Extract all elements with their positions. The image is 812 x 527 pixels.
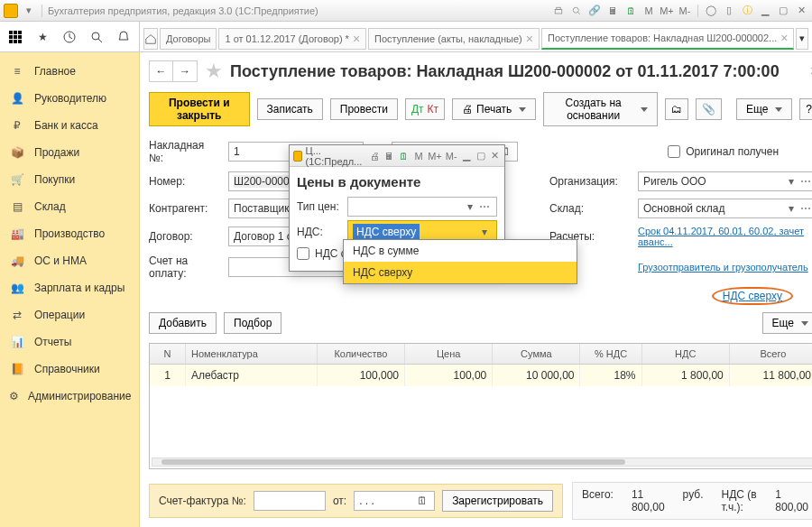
dtkt-button[interactable]: ДтКт (405, 98, 445, 120)
nds-option-on-top[interactable]: НДС сверху (344, 262, 577, 283)
tab-menu-button[interactable]: ▾ (796, 28, 808, 50)
tab-home-button[interactable] (143, 28, 158, 50)
col-total[interactable]: Всего (730, 344, 812, 364)
sidebar-item-purchases[interactable]: 🛒Покупки (0, 166, 139, 193)
tb-link-icon[interactable]: 🔗 (587, 4, 602, 18)
tab-close-icon[interactable]: × (780, 32, 788, 44)
shipper-link[interactable]: Грузоотправитель и грузополучатель (638, 262, 808, 273)
sidebar-item-main[interactable]: ≡Главное (0, 58, 139, 85)
col-vat-pct[interactable]: % НДС (580, 344, 641, 364)
cell-sum: 10 000,00 (493, 365, 580, 386)
dialog-close-icon[interactable]: ✕ (490, 149, 501, 163)
pick-button[interactable]: Подбор (224, 312, 281, 334)
write-button[interactable]: Записать (257, 98, 323, 120)
tb-panel-icon[interactable]: ▯ (722, 4, 736, 18)
org-input[interactable]: Ригель ООО▾⋯ (638, 171, 812, 191)
col-price[interactable]: Цена (405, 344, 493, 364)
dialog-calendar-icon[interactable]: 🗓 (399, 149, 410, 163)
nav-fwd-button[interactable]: → (173, 61, 197, 81)
nav-back-button[interactable]: ← (150, 61, 173, 81)
col-sum[interactable]: Сумма (493, 344, 580, 364)
dialog-max-icon[interactable]: ▢ (475, 149, 486, 163)
tb-min-icon[interactable]: ▁ (758, 4, 772, 18)
tab-close-icon[interactable]: × (526, 32, 533, 45)
bell-icon[interactable] (115, 27, 132, 47)
tab-acts[interactable]: Поступление (акты, накладные)× (368, 28, 540, 50)
favorite-star-icon[interactable]: ★ (205, 60, 223, 83)
tb-calendar-icon[interactable]: 🗓 (623, 4, 638, 18)
tb-calc-icon[interactable]: 🖩 (605, 4, 620, 18)
dropdown-icon[interactable]: ▾ (22, 4, 36, 18)
tb-close-icon[interactable]: ✕ (794, 4, 808, 18)
sidebar-item-sales[interactable]: 📦Продажи (0, 139, 139, 166)
search-icon[interactable] (88, 27, 105, 47)
tb-print-icon[interactable] (551, 4, 566, 18)
dialog-m-icon[interactable]: M (413, 149, 424, 163)
attach-button[interactable]: 📎 (696, 98, 722, 120)
table-row[interactable]: 1 Алебастр 100,000 100,00 10 000,00 18% … (150, 365, 812, 386)
col-qty[interactable]: Количество (318, 344, 405, 364)
nds-included-checkbox[interactable]: НДС с (297, 247, 346, 260)
history-icon[interactable] (61, 27, 78, 47)
sidebar-item-admin[interactable]: ⚙Администрирование (0, 383, 139, 410)
more-button[interactable]: Еще (736, 98, 792, 120)
svg-line-3 (578, 12, 580, 14)
tool-col: ★ (0, 22, 140, 51)
dialog-mminus-icon[interactable]: M- (446, 149, 457, 163)
warehouse-input[interactable]: Основной склад▾⋯ (638, 199, 812, 218)
nds-option-in-sum[interactable]: НДС в сумме (344, 240, 577, 262)
tb-m3-icon[interactable]: M- (678, 4, 692, 18)
sidebar-item-production[interactable]: 🏭Производство (0, 220, 139, 247)
tb-m2-icon[interactable]: M+ (660, 4, 674, 18)
tab-contracts[interactable]: Договоры (160, 28, 217, 50)
col-vat[interactable]: НДС (642, 344, 730, 364)
add-row-button[interactable]: Добавить (149, 312, 217, 334)
dialog-mplus-icon[interactable]: M+ (428, 149, 442, 163)
tab-goods-receipt[interactable]: Поступление товаров: Накладная Ш200-0000… (541, 28, 794, 50)
create-based-label: Создать на основании (553, 97, 633, 122)
currency: руб. (683, 488, 704, 501)
tb-max-icon[interactable]: ▢ (776, 4, 790, 18)
tb-info-icon[interactable]: ⓘ (740, 4, 754, 18)
sidebar-item-catalogs[interactable]: 📙Справочники (0, 356, 139, 383)
col-nomenclature[interactable]: Номенклатура (186, 344, 318, 364)
tb-m1-icon[interactable]: M (641, 4, 656, 18)
col-n[interactable]: N (150, 344, 186, 364)
truck-icon: 🚚 (9, 253, 25, 269)
create-based-button[interactable]: Создать на основании (543, 92, 658, 126)
sf-no-input[interactable] (254, 491, 326, 511)
original-received-checkbox[interactable]: Оригинал получен (668, 145, 779, 158)
scrollbar-horizontal[interactable] (152, 458, 812, 467)
dialog-calc-icon[interactable]: 🖩 (384, 149, 395, 163)
nds-link[interactable]: НДС сверху (723, 290, 782, 302)
apps-icon[interactable] (7, 27, 23, 47)
tab-contract-doc[interactable]: 1 от 01.12.2017 (Договор) *× (218, 28, 366, 50)
scrollbar-thumb[interactable] (161, 459, 625, 465)
dialog-min-icon[interactable]: ▁ (461, 149, 472, 163)
tab-close-icon[interactable]: × (353, 32, 360, 45)
sidebar-item-label: Руководителю (34, 92, 106, 105)
dialog-print-icon[interactable]: 🖨 (370, 149, 381, 163)
print-button[interactable]: 🖨 Печать (452, 98, 536, 120)
sf-date-input[interactable]: . . .🗓 (354, 491, 435, 511)
post-close-button[interactable]: Провести и закрыть (149, 92, 250, 126)
sidebar-item-manager[interactable]: 👤Руководителю (0, 85, 139, 112)
calendar-icon[interactable]: 🗓 (415, 495, 429, 507)
calc-link[interactable]: Срок 04.11.2017, 60.01, 60.02, зачет ава… (638, 226, 812, 247)
dialog-titlebar[interactable]: Ц... (1С:Предл... 🖨 🖩 🗓 M M+ M- ▁ ▢ ✕ (290, 145, 504, 167)
star-icon[interactable]: ★ (34, 27, 51, 47)
sidebar-item-warehouse[interactable]: ▤Склад (0, 193, 139, 220)
price-type-input[interactable]: ▾⋯ (347, 197, 497, 217)
tb-search-icon[interactable] (569, 4, 584, 18)
related-button[interactable]: 🗂 (665, 98, 688, 120)
tb-back-icon[interactable]: ◯ (704, 4, 718, 18)
sidebar-item-bank[interactable]: ₽Банк и касса (0, 112, 139, 139)
sidebar-item-hr[interactable]: 👥Зарплата и кадры (0, 274, 139, 301)
sidebar-item-operations[interactable]: ⇄Операции (0, 301, 139, 328)
sidebar-item-assets[interactable]: 🚚ОС и НМА (0, 247, 139, 274)
help-button[interactable]: ? (799, 98, 812, 120)
post-button[interactable]: Провести (330, 98, 398, 120)
register-button[interactable]: Зарегистрировать (442, 490, 553, 512)
sidebar-item-reports[interactable]: 📊Отчеты (0, 328, 139, 356)
table-more-button[interactable]: Еще (762, 312, 812, 334)
